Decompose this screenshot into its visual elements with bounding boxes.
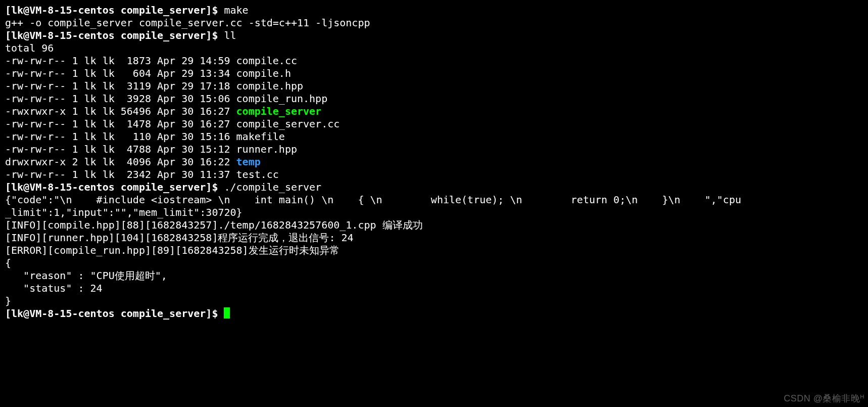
terminal-line: "status" : 24	[5, 282, 863, 295]
prompt: [lk@VM-8-15-centos compile_server]$	[5, 181, 224, 193]
terminal-line: -rw-rw-r-- 1 lk lk 604 Apr 29 13:34 comp…	[5, 67, 863, 80]
terminal-line: [lk@VM-8-15-centos compile_server]$ ll	[5, 29, 863, 42]
command-text: ./compile_server	[224, 181, 321, 193]
terminal-line: -rw-rw-r-- 1 lk lk 4788 Apr 30 15:12 run…	[5, 143, 863, 156]
terminal-line: {	[5, 257, 863, 269]
terminal-line: -rw-rw-r-- 1 lk lk 1873 Apr 29 14:59 com…	[5, 55, 863, 67]
terminal-line: drwxrwxr-x 2 lk lk 4096 Apr 30 16:22 tem…	[5, 156, 863, 168]
file-name: compile.cc	[236, 55, 297, 67]
file-name: compile.h	[236, 67, 291, 79]
terminal-line: [ERROR][compile_run.hpp][89][1682843258]…	[5, 244, 863, 257]
terminal-line: -rw-rw-r-- 1 lk lk 1478 Apr 30 16:27 com…	[5, 118, 863, 130]
prompt: [lk@VM-8-15-centos compile_server]$	[5, 307, 224, 320]
terminal-line: -rw-rw-r-- 1 lk lk 3928 Apr 30 15:06 com…	[5, 93, 863, 105]
file-name: makefile	[236, 130, 285, 143]
command-text: ll	[224, 29, 236, 41]
terminal-line: [lk@VM-8-15-centos compile_server]$ make	[5, 4, 863, 17]
terminal-line: total 96	[5, 42, 863, 55]
file-name: test.cc	[236, 168, 279, 180]
file-name: compile_server.cc	[236, 118, 340, 130]
terminal-output[interactable]: [lk@VM-8-15-centos compile_server]$ make…	[0, 0, 868, 320]
terminal-line: "reason" : "CPU使用超时",	[5, 269, 863, 282]
terminal-line: _limit":1,"input":"","mem_limit":30720}	[5, 206, 863, 219]
file-name-directory: temp	[236, 156, 261, 168]
watermark-text: CSDN @桑榆非晚ᴴ	[784, 392, 865, 405]
terminal-line: }	[5, 295, 863, 307]
file-name: compile.hpp	[236, 80, 303, 92]
terminal-line: [lk@VM-8-15-centos compile_server]$	[5, 307, 863, 320]
file-name: compile_run.hpp	[236, 93, 328, 105]
file-name: runner.hpp	[236, 143, 297, 155]
terminal-line: -rw-rw-r-- 1 lk lk 3119 Apr 29 17:18 com…	[5, 80, 863, 93]
terminal-line: -rw-rw-r-- 1 lk lk 110 Apr 30 15:16 make…	[5, 130, 863, 143]
terminal-line: [lk@VM-8-15-centos compile_server]$ ./co…	[5, 181, 863, 194]
terminal-line: -rw-rw-r-- 1 lk lk 2342 Apr 30 11:37 tes…	[5, 168, 863, 181]
prompt: [lk@VM-8-15-centos compile_server]$	[5, 29, 224, 41]
prompt: [lk@VM-8-15-centos compile_server]$	[5, 4, 224, 16]
cursor[interactable]	[224, 307, 230, 319]
command-text: make	[224, 4, 248, 16]
terminal-line: g++ -o compile_server compile_server.cc …	[5, 17, 863, 29]
terminal-line: [INFO][runner.hpp][104][1682843258]程序运行完…	[5, 232, 863, 244]
terminal-line: -rwxrwxr-x 1 lk lk 56496 Apr 30 16:27 co…	[5, 105, 863, 118]
terminal-line: {"code":"\n #include <iostream> \n int m…	[5, 194, 863, 206]
file-name-executable: compile_server	[236, 105, 322, 117]
terminal-line: [INFO][compile.hpp][88][1682843257]./tem…	[5, 219, 863, 232]
